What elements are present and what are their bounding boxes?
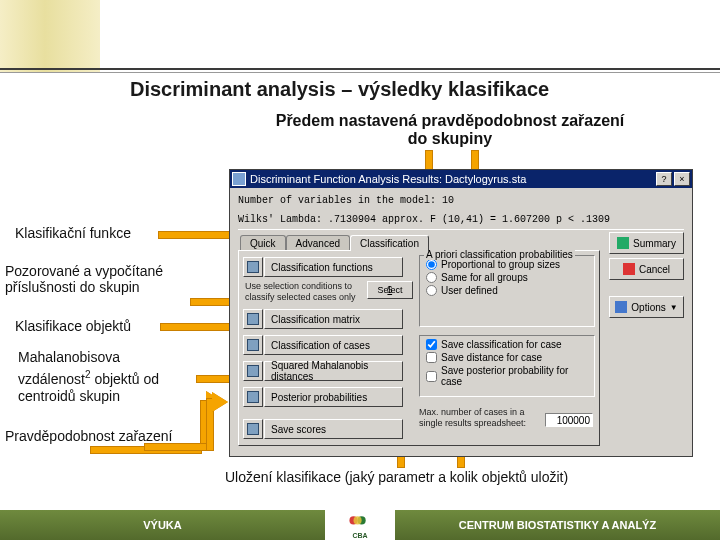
grid-icon [247, 391, 259, 403]
select-cases-button[interactable]: S̲ [367, 281, 413, 299]
classification-functions-button[interactable]: Classification functions [264, 257, 403, 277]
label: Options [631, 302, 665, 313]
save-group: Save classification for case Save distan… [419, 335, 595, 397]
text: Max. number of cases in a [419, 407, 525, 417]
grid-icon [247, 261, 259, 273]
group-title: A priori classification probabilities [424, 249, 575, 260]
annot-observed-computed: Pozorované a vypočítané příslušnosti do … [5, 263, 215, 295]
classification-matrix-button[interactable]: Classification matrix [264, 309, 403, 329]
slide-subtitle: Předem nastavená pravděpodobnost zařazen… [270, 112, 630, 148]
options-button[interactable]: Options▼ [609, 296, 684, 318]
label: Proportional to group sizes [441, 259, 560, 270]
divider [0, 68, 720, 70]
icon-button[interactable] [243, 335, 263, 355]
mahalanobis-button[interactable]: Squared Mahalanobis distances [264, 361, 403, 381]
label: Same for all groups [441, 272, 528, 283]
footer-right: CENTRUM BIOSTATISTIKY A ANALÝZ [395, 510, 720, 540]
icon-button[interactable] [243, 257, 263, 277]
divider [0, 72, 720, 73]
check-input[interactable] [426, 339, 437, 350]
svg-point-2 [354, 516, 362, 524]
footer-left: VÝUKA [0, 510, 325, 540]
grid-icon [247, 339, 259, 351]
check-input[interactable] [426, 352, 437, 363]
label: Save distance for case [441, 352, 542, 363]
maxn-input[interactable]: 100000 [545, 413, 593, 427]
footer-logo: CBA [325, 510, 395, 540]
icon-button[interactable] [243, 419, 263, 439]
maxn-label: Max. number of cases in a single results… [419, 407, 539, 429]
tab-classification[interactable]: Classification [350, 235, 429, 251]
titlebar[interactable]: Discriminant Function Analysis Results: … [230, 170, 692, 188]
check-save-posterior[interactable]: Save posterior probability for case [424, 364, 590, 388]
slide-title: Discriminant analysis – výsledky klasifi… [130, 78, 549, 101]
radio-same[interactable]: Same for all groups [424, 271, 590, 284]
label: Save posterior probability for case [441, 365, 590, 387]
summary-button[interactable]: Summary [609, 232, 684, 254]
icon-button[interactable] [243, 309, 263, 329]
apriori-group: A priori classification probabilities Pr… [419, 255, 595, 327]
radio-input[interactable] [426, 272, 437, 283]
cancel-icon [623, 263, 635, 275]
select-hint: Use selection conditions to classify sel… [245, 281, 365, 303]
text: single results spreadsheet: [419, 418, 526, 428]
radio-user[interactable]: User defined [424, 284, 590, 297]
annot-classif-functions: Klasifikační funkce [15, 225, 131, 241]
app-icon [232, 172, 246, 186]
decorative-band [0, 0, 100, 72]
radio-input[interactable] [426, 285, 437, 296]
icon-button[interactable] [243, 361, 263, 381]
info-nvars: Number of variables in the model: 10 [238, 194, 684, 207]
tab-advanced[interactable]: Advanced [286, 235, 350, 251]
cancel-button[interactable]: Cancel [609, 258, 684, 280]
annot-posterior: Pravděpodobnost zařazení [5, 428, 185, 444]
text: vzdálenost [18, 371, 85, 387]
cba-text: CBA [352, 532, 367, 539]
summary-icon [617, 237, 629, 249]
options-icon [615, 301, 627, 313]
posterior-button[interactable]: Posterior probabilities [264, 387, 403, 407]
cba-icon [347, 512, 373, 532]
divider [238, 229, 684, 230]
text: objektů od [91, 371, 160, 387]
check-input[interactable] [426, 371, 437, 382]
grid-icon [247, 365, 259, 377]
annot-case-classif: Klasifikace objektů [15, 318, 131, 334]
info-wilks: Wilks' Lambda: .7130904 approx. F (10,41… [238, 213, 684, 226]
text: Use selection conditions to [245, 281, 352, 291]
annot-mahalanobis: Mahalanobisova vzdálenost2 objektů od ce… [18, 349, 218, 405]
tab-body: Classification functions Use selection c… [238, 250, 600, 446]
text: classify selected cases only [245, 292, 356, 302]
check-save-distance[interactable]: Save distance for case [424, 351, 590, 364]
tab-quick[interactable]: Quick [240, 235, 286, 251]
save-scores-button[interactable]: Save scores [264, 419, 403, 439]
label: Save classification for case [441, 339, 562, 350]
text: Mahalanobisova [18, 349, 120, 365]
help-button[interactable]: ? [656, 172, 672, 186]
slide-footer: VÝUKA CBA CENTRUM BIOSTATISTIKY A ANALÝZ [0, 510, 720, 540]
text: centroidů skupin [18, 388, 120, 404]
icon-button[interactable] [243, 387, 263, 407]
window-title: Discriminant Function Analysis Results: … [250, 173, 654, 185]
bottom-caption: Uložení klasifikace (jaký parametr a kol… [225, 469, 645, 485]
label: Cancel [639, 264, 670, 275]
label: Summary [633, 238, 676, 249]
radio-input[interactable] [426, 259, 437, 270]
classification-cases-button[interactable]: Classification of cases [264, 335, 403, 355]
grid-icon [247, 313, 259, 325]
grid-icon [247, 423, 259, 435]
label: User defined [441, 285, 498, 296]
results-dialog: Discriminant Function Analysis Results: … [229, 169, 693, 457]
close-button[interactable]: × [674, 172, 690, 186]
check-save-classif[interactable]: Save classification for case [424, 338, 590, 351]
